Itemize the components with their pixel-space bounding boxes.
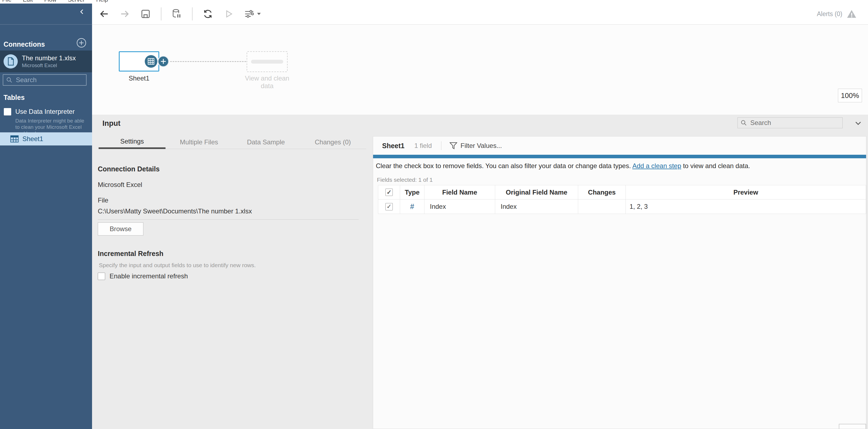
flow-node-sheet1[interactable] bbox=[119, 51, 159, 71]
row-type-cell[interactable]: # bbox=[400, 199, 425, 214]
collapse-sidebar-icon[interactable] bbox=[79, 8, 86, 15]
redo-forward-button[interactable] bbox=[119, 8, 130, 20]
header-changes: Changes bbox=[578, 185, 626, 199]
instruction-text: Clear the check box to remove fields. Yo… bbox=[376, 162, 750, 170]
canvas-zoom-level[interactable]: 100% bbox=[838, 89, 862, 102]
file-path-value: C:\Users\Matty Sweet\Documents\The numbe… bbox=[98, 207, 359, 220]
sidebar-table-label: Sheet1 bbox=[22, 135, 43, 143]
connection-type: Microsoft Excel bbox=[22, 63, 76, 68]
chevron-down-icon bbox=[257, 12, 261, 15]
filter-funnel-icon bbox=[450, 142, 457, 149]
input-panel: Input Settings Multiple Files Data Sampl… bbox=[92, 114, 868, 429]
card-field-count: 1 field bbox=[414, 142, 432, 150]
add-step-button[interactable] bbox=[158, 56, 169, 67]
table-grid-icon bbox=[10, 135, 19, 142]
tab-data-sample[interactable]: Data Sample bbox=[232, 135, 299, 149]
fields-selected-count: Fields selected: 1 of 1 bbox=[377, 176, 433, 183]
save-button[interactable] bbox=[140, 8, 151, 20]
undo-back-button[interactable] bbox=[99, 8, 110, 20]
connection-name: The number 1.xlsx bbox=[22, 54, 76, 62]
flow-node-label: Sheet1 bbox=[113, 74, 165, 82]
incremental-refresh-description: Specify the input and output fields to u… bbox=[99, 262, 256, 268]
search-icon bbox=[740, 120, 747, 126]
menu-flow[interactable]: Flow bbox=[44, 0, 56, 3]
enable-incremental-refresh-checkbox[interactable] bbox=[98, 273, 105, 280]
sidebar-table-item-sheet1[interactable]: Sheet1 bbox=[0, 132, 92, 145]
file-label: File bbox=[98, 197, 108, 204]
collapse-panel-icon[interactable] bbox=[854, 119, 862, 127]
tab-changes[interactable]: Changes (0) bbox=[299, 135, 366, 149]
menu-help[interactable]: Help bbox=[96, 0, 108, 3]
connection-details-title: Connection Details bbox=[98, 165, 159, 173]
browse-button[interactable]: Browse bbox=[98, 223, 144, 235]
sidebar-divider bbox=[0, 24, 92, 25]
row-checkbox-cell bbox=[378, 199, 400, 214]
input-tabs: Settings Multiple Files Data Sample Chan… bbox=[99, 135, 366, 149]
number-type-icon: # bbox=[410, 202, 414, 211]
tables-search-box bbox=[3, 74, 87, 86]
use-data-interpreter-checkbox[interactable] bbox=[4, 108, 11, 116]
incremental-refresh-title: Incremental Refresh bbox=[98, 250, 163, 258]
header-field-name: Field Name bbox=[425, 185, 495, 199]
refresh-button[interactable] bbox=[203, 8, 213, 20]
select-all-checkbox[interactable] bbox=[385, 189, 393, 196]
placeholder-label: View and clean data bbox=[239, 74, 296, 90]
suggested-clean-step[interactable] bbox=[247, 51, 288, 72]
header-original-field-name: Original Field Name bbox=[495, 185, 578, 199]
row-preview-cell: 1, 2, 3 bbox=[626, 199, 866, 214]
connections-title: Connections bbox=[4, 40, 45, 48]
enable-incremental-refresh-label: Enable incremental refresh bbox=[110, 272, 188, 280]
fields-search-box bbox=[738, 117, 843, 128]
card-sheet-name: Sheet1 bbox=[382, 142, 404, 150]
pause-data-updates-button[interactable] bbox=[171, 8, 182, 20]
run-flow-button[interactable] bbox=[223, 8, 234, 20]
use-data-interpreter-label: Use Data Interpreter bbox=[15, 108, 74, 116]
alerts-label[interactable]: Alerts (0) bbox=[817, 10, 842, 18]
header-type: Type bbox=[400, 185, 425, 199]
menu-server[interactable]: Server bbox=[68, 0, 85, 3]
search-icon bbox=[6, 77, 12, 83]
field-row-checkbox[interactable] bbox=[385, 203, 393, 210]
header-preview: Preview bbox=[626, 185, 866, 199]
filter-values-label: Filter Values... bbox=[461, 142, 502, 150]
main-toolbar: Alerts (0) bbox=[92, 4, 868, 25]
add-clean-step-link[interactable]: Add a clean step bbox=[632, 162, 681, 169]
flow-canvas[interactable]: Sheet1 View and clean data 100% bbox=[92, 25, 868, 114]
tab-multiple-files[interactable]: Multiple Files bbox=[165, 135, 232, 149]
menu-edit[interactable]: Edit bbox=[23, 0, 33, 3]
field-list-card: Sheet1 1 field Filter Values... Clear th… bbox=[373, 136, 866, 429]
row-changes-cell bbox=[578, 199, 626, 214]
flow-connector-dashed bbox=[170, 61, 246, 62]
tables-search-input[interactable] bbox=[16, 76, 76, 84]
toolbar-separator bbox=[161, 7, 161, 21]
menu-bar: File Edit Flow Server Help bbox=[0, 0, 868, 4]
bottom-corner-control[interactable] bbox=[839, 424, 866, 429]
alert-warning-icon[interactable] bbox=[847, 9, 857, 18]
connection-details-type: Microsoft Excel bbox=[98, 181, 142, 189]
selected-step-accent-bar bbox=[373, 155, 866, 158]
row-field-name-cell[interactable]: Index bbox=[425, 199, 495, 214]
tab-settings[interactable]: Settings bbox=[99, 135, 165, 149]
card-separator bbox=[441, 141, 441, 150]
row-original-field-name-cell: Index bbox=[495, 199, 578, 214]
flow-settings-button[interactable] bbox=[244, 8, 261, 20]
fields-search-input[interactable] bbox=[750, 119, 832, 127]
tables-title: Tables bbox=[4, 94, 25, 101]
toolbar-separator bbox=[192, 7, 192, 21]
panel-title: Input bbox=[102, 119, 120, 128]
filter-values-button[interactable]: Filter Values... bbox=[450, 142, 502, 150]
menu-file[interactable]: File bbox=[2, 0, 11, 3]
fields-table: Type Field Name Original Field Name Chan… bbox=[378, 185, 866, 214]
connection-item[interactable]: The number 1.xlsx Microsoft Excel bbox=[0, 51, 92, 72]
add-connection-button[interactable] bbox=[76, 38, 87, 48]
placeholder-pill bbox=[251, 60, 283, 64]
input-node-icon bbox=[145, 55, 157, 68]
select-all-header-cell bbox=[378, 185, 400, 199]
connections-sidebar: Connections The number 1.xlsx Microsoft … bbox=[0, 4, 92, 429]
file-icon bbox=[4, 54, 18, 68]
